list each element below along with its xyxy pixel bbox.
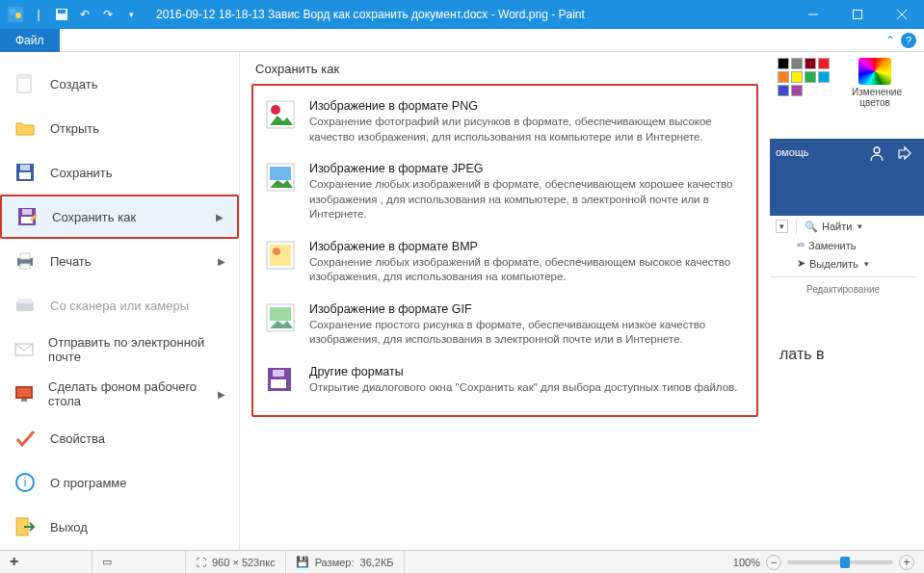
email-icon xyxy=(13,338,35,361)
zoom-value: 100% xyxy=(733,557,760,568)
zoom-in-button[interactable]: + xyxy=(899,555,914,570)
submenu-arrow-icon: ▶ xyxy=(218,256,225,267)
file-menu: Создать Открыть Сохранить Сохранить как … xyxy=(0,52,239,550)
file-size: 💾 Размер: 36,2КБ xyxy=(286,551,405,573)
window-controls xyxy=(791,0,924,29)
menu-item-email[interactable]: Отправить по электронной почте xyxy=(0,327,239,372)
group-label: Редактирование xyxy=(770,281,916,298)
other-formats-icon xyxy=(265,365,296,396)
menu-item-exit[interactable]: Выход xyxy=(0,505,239,549)
person-icon[interactable] xyxy=(868,144,885,162)
zoom-slider[interactable] xyxy=(787,560,893,564)
svg-rect-12 xyxy=(19,172,31,179)
right-panel: Изменение цветов омощь ▾ 🔍 Найти ▾ ᵃᵇ За… xyxy=(770,52,924,550)
select-row[interactable]: ➤ Выделить ▾ xyxy=(770,254,916,273)
bmp-icon xyxy=(265,240,296,271)
file-tab[interactable]: Файл xyxy=(0,29,60,52)
select-label: Выделить xyxy=(809,258,858,270)
word-help-label: омощь xyxy=(776,146,809,158)
edit-colors-button[interactable]: Изменение цветов xyxy=(852,58,898,108)
replace-icon: ᵃᵇ xyxy=(797,241,805,251)
color-swatch[interactable] xyxy=(791,85,803,96)
desktop-icon xyxy=(13,382,35,405)
file-backstage: Создать Открыть Сохранить Сохранить как … xyxy=(0,52,924,550)
minimize-button[interactable] xyxy=(791,0,835,29)
color-swatch[interactable] xyxy=(778,71,789,83)
new-document-icon xyxy=(13,72,37,95)
svg-rect-13 xyxy=(20,165,30,170)
size-value: 36,2КБ xyxy=(360,557,394,568)
menu-item-create[interactable]: Создать xyxy=(0,62,239,106)
size-label: Размер: xyxy=(315,557,355,568)
svg-rect-4 xyxy=(58,10,66,13)
canvas-dimensions: ⛶ 960 × 523пкс xyxy=(186,551,286,573)
menu-label: Выход xyxy=(50,520,88,534)
redo-icon[interactable]: ↷ xyxy=(98,5,118,24)
replace-label: Заменить xyxy=(808,240,856,251)
save-as-jpeg[interactable]: Изображение в формате JPEG Сохранение лю… xyxy=(263,156,747,234)
color-palette[interactable] xyxy=(778,58,835,96)
menu-item-wallpaper[interactable]: Сделать фоном рабочего стола ▶ xyxy=(0,372,239,416)
help-icon[interactable]: ? xyxy=(901,33,916,48)
color-swatch[interactable] xyxy=(791,58,803,69)
close-button[interactable] xyxy=(880,0,924,29)
save-as-other[interactable]: Другие форматы Открытие диалогового окна… xyxy=(263,359,747,407)
option-desc: Открытие диалогового окна "Сохранить как… xyxy=(309,380,737,396)
submenu-arrow-icon: ▶ xyxy=(218,389,225,400)
submenu-title: Сохранить как xyxy=(251,62,758,76)
color-swatch[interactable] xyxy=(778,58,789,69)
replace-row[interactable]: ᵃᵇ Заменить xyxy=(770,237,916,254)
save-as-bmp[interactable]: Изображение в формате BMP Сохранение люб… xyxy=(263,234,747,297)
cursor-position: ✚ xyxy=(0,551,92,573)
color-swatch[interactable] xyxy=(791,71,803,83)
menu-item-open[interactable]: Открыть xyxy=(0,106,239,150)
save-icon[interactable] xyxy=(52,5,71,24)
option-desc: Сохранение любых изображений в формате, … xyxy=(309,255,745,285)
option-desc: Сохранение фотографий или рисунков в фор… xyxy=(309,115,745,144)
word-ribbon-fragment: омощь xyxy=(770,139,924,216)
submenu-box: Изображение в формате PNG Сохранение фот… xyxy=(251,84,758,417)
qat-dropdown-icon[interactable]: ▾ xyxy=(121,5,141,24)
svg-rect-37 xyxy=(270,307,291,321)
svg-rect-16 xyxy=(22,209,32,215)
color-swatch[interactable] xyxy=(805,58,816,69)
share-icon[interactable] xyxy=(895,144,912,162)
undo-icon[interactable]: ↶ xyxy=(75,5,94,24)
save-as-gif[interactable]: Изображение в формате GIF Сохранение про… xyxy=(263,297,747,359)
color-swatch[interactable] xyxy=(818,71,830,83)
dropdown-icon[interactable]: ▾ xyxy=(864,259,869,269)
svg-rect-19 xyxy=(20,264,30,269)
selection-icon: ▭ xyxy=(102,556,112,568)
document-text-fragment: лать в xyxy=(779,346,907,363)
color-swatch[interactable] xyxy=(818,58,830,69)
find-label[interactable]: Найти xyxy=(822,221,852,232)
save-as-submenu: Сохранить как Изображение в формате PNG … xyxy=(239,52,770,550)
option-desc: Сохранение любых изображений в формате, … xyxy=(309,177,745,222)
svg-rect-24 xyxy=(17,388,31,397)
menu-item-save[interactable]: Сохранить xyxy=(0,150,239,195)
svg-rect-39 xyxy=(271,379,286,388)
menu-item-save-as[interactable]: Сохранить как ▶ xyxy=(0,195,239,239)
option-label: Изображение в формате PNG xyxy=(309,99,745,113)
info-icon: i xyxy=(13,471,37,494)
word-editing-group: ▾ 🔍 Найти ▾ ᵃᵇ Заменить ➤ Выделить ▾ Ред… xyxy=(770,216,916,298)
color-wheel-icon xyxy=(858,58,891,85)
color-swatch[interactable] xyxy=(805,71,816,83)
save-as-icon xyxy=(15,205,39,228)
zoom-out-button[interactable]: − xyxy=(766,555,781,570)
toolbar-row: ▾ 🔍 Найти ▾ xyxy=(770,216,916,237)
paste-dropdown-icon[interactable]: ▾ xyxy=(776,220,788,233)
maximize-button[interactable] xyxy=(835,0,880,29)
color-swatch[interactable] xyxy=(778,85,789,96)
divider: | xyxy=(29,5,48,24)
save-as-png[interactable]: Изображение в формате PNG Сохранение фот… xyxy=(263,93,747,156)
dropdown-icon[interactable]: ▾ xyxy=(858,221,862,231)
menu-item-print[interactable]: Печать ▶ xyxy=(0,239,239,283)
crosshair-icon: ✚ xyxy=(10,556,18,568)
menu-item-about[interactable]: i О программе xyxy=(0,460,239,505)
slider-thumb[interactable] xyxy=(840,557,850,568)
separator xyxy=(770,276,916,277)
menu-label: Открыть xyxy=(50,121,99,136)
ribbon-collapse-icon[interactable]: ⌃ xyxy=(885,34,895,47)
menu-item-properties[interactable]: Свойства xyxy=(0,416,239,460)
